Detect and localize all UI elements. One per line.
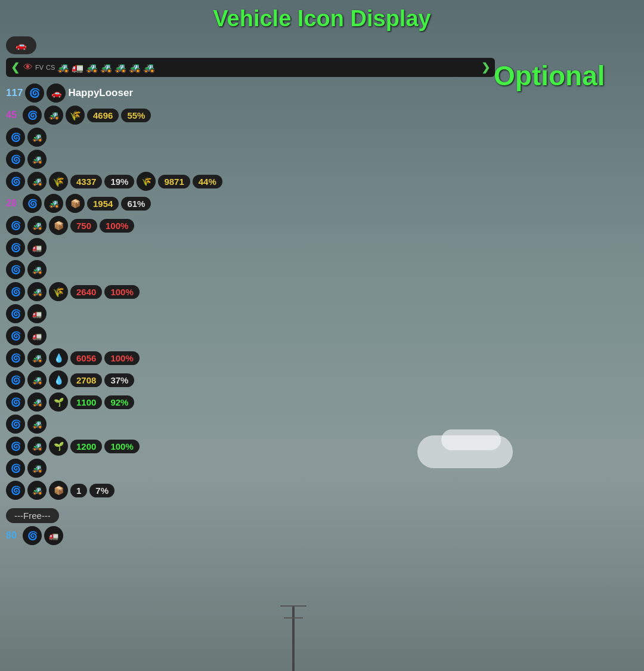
cargo-wheat2-icon: 🌾	[137, 172, 156, 191]
free-bar: ---Free---	[6, 508, 59, 523]
amount-badge: 1	[70, 484, 87, 497]
list-item: 28 🌀 🚜 📦 1954 61%	[6, 193, 638, 214]
vehicle-button[interactable]: 🚗	[6, 36, 36, 54]
shell-icon: 🌀	[6, 260, 25, 279]
tractor-icon-5[interactable]: 🚜	[129, 62, 141, 73]
amount-badge: 6056	[70, 351, 102, 365]
tractor-icon: 🚜	[27, 437, 47, 456]
amount-badge: 1100	[70, 395, 102, 409]
pct-badge: 100%	[100, 219, 134, 233]
page-container: Vehicle Icon Display 🚗 ❮ 👁 FV CS 🚜 🚛 🚜 🚜…	[0, 0, 644, 671]
cargo-seed-icon: 🌱	[49, 392, 68, 412]
list-item: 🌀 🚜	[6, 414, 638, 434]
shell-icon: 🌀	[6, 128, 25, 147]
nav-left-arrow[interactable]: ❮	[11, 61, 20, 74]
cargo-box-icon: 📦	[66, 194, 85, 213]
amount-badge: 2708	[70, 373, 102, 387]
tractor-icon-1[interactable]: 🚜	[57, 62, 69, 73]
list-item: 🌀 🚜	[6, 458, 638, 478]
nav-icons: 👁 FV CS 🚜 🚛 🚜 🚜 🚜 🚜 🚜	[20, 62, 481, 73]
shell-icon: 🌀	[6, 238, 25, 257]
cargo-wheat-icon: 🌾	[49, 172, 68, 191]
player-name: HappyLooser	[68, 87, 133, 99]
tractor-icon: 🚜	[27, 370, 47, 389]
pct-badge: 19%	[104, 175, 134, 188]
eye-icon[interactable]: 👁	[23, 62, 33, 73]
tractor-icon-2[interactable]: 🚜	[86, 62, 98, 73]
cargo-icon-wheat: 🌾	[66, 106, 85, 125]
cargo-water-icon: 💧	[49, 348, 68, 367]
tractor-icon-3[interactable]: 🚜	[100, 62, 112, 73]
pct2-badge: 44%	[193, 175, 222, 188]
amount-badge: 1954	[87, 197, 119, 211]
cargo-wheat3-icon: 🌾	[49, 282, 68, 301]
pct-badge: 7%	[89, 484, 114, 497]
shell-icon: 🌀	[23, 194, 42, 213]
pct-badge: 100%	[104, 285, 139, 299]
shell-icon: 🌀	[6, 216, 25, 235]
amount-badge: 750	[70, 219, 97, 233]
cargo-seed2-icon: 🌱	[49, 437, 68, 456]
shell-icon: 🌀	[6, 326, 25, 345]
shell-icon: 🌀	[6, 172, 25, 191]
shell-icon: 🌀	[6, 282, 25, 301]
shell-icon: 🌀	[23, 106, 42, 125]
amount2-badge: 9871	[158, 175, 190, 188]
list-item: 🌀 🚜 🌱 1200 100%	[6, 436, 638, 456]
list-item: 🌀 🚛	[6, 237, 638, 258]
tractor-icon: 🚜	[27, 348, 47, 367]
truck3-icon: 🚛	[27, 326, 47, 345]
player-vehicle-icon: 🚗	[47, 84, 66, 103]
vehicle-car-icon: 🚗	[16, 40, 27, 51]
tractor-icon: 🚜	[27, 392, 47, 412]
nav-bar: ❮ 👁 FV CS 🚜 🚛 🚜 🚜 🚜 🚜 🚜 ❯	[6, 58, 495, 77]
free-truck-icon: 🚛	[44, 526, 63, 545]
fv-label: FV	[35, 64, 44, 71]
pct-badge: 100%	[104, 440, 139, 453]
tractor-icon: 🚜	[27, 481, 47, 500]
shell-icon: 🌀	[6, 415, 25, 434]
tractor-icon: 🚜	[27, 260, 47, 279]
free-shell-icon: 🌀	[23, 526, 42, 545]
tractor-icon-6[interactable]: 🚜	[143, 62, 155, 73]
optional-label: Optional	[494, 60, 605, 92]
nav-right-arrow[interactable]: ❯	[481, 61, 490, 74]
cargo-water2-icon: 💧	[49, 370, 68, 389]
free-row: 80 🌀 🚛	[6, 525, 638, 546]
cargo-box2-icon: 📦	[49, 216, 68, 235]
player-id: 117	[6, 87, 23, 99]
list-item: 45 🌀 🚜 🌾 4696 55%	[6, 105, 638, 125]
shell-icon: 🌀	[6, 437, 25, 456]
tractor-icon-4[interactable]: 🚜	[114, 62, 126, 73]
truck2-icon: 🚛	[27, 304, 47, 323]
cargo-box-tan-icon: 📦	[49, 481, 68, 500]
truck-icon-1[interactable]: 🚛	[72, 62, 83, 73]
cs-label: CS	[46, 64, 55, 71]
free-id: 80	[6, 530, 20, 541]
pct-badge: 61%	[121, 197, 151, 211]
list-item: 🌀 🚜	[6, 149, 638, 169]
tractor-icon: 🚜	[27, 459, 47, 478]
pct-badge: 55%	[121, 109, 151, 122]
tractor-icon: 🚜	[44, 106, 63, 125]
shell-icon: 🌀	[6, 370, 25, 389]
row-id-2: 28	[6, 198, 20, 209]
pct-badge: 92%	[104, 395, 134, 409]
list-item: 🌀 🚜	[6, 127, 638, 147]
page-title: Vehicle Icon Display	[6, 6, 638, 32]
list-item: 🌀 🚜 🌱 1100 92%	[6, 392, 638, 412]
list-item: 🌀 🚜 🌾 2640 100%	[6, 282, 638, 302]
tractor-icon: 🚜	[27, 282, 47, 301]
shell-icon: 🌀	[6, 304, 25, 323]
shell-icon: 🌀	[6, 459, 25, 478]
list-item: 🌀 🚜 🌾 4337 19% 🌾 9871 44%	[6, 171, 638, 191]
player-shell-icon: 🌀	[25, 84, 44, 103]
row-id-1: 45	[6, 110, 20, 120]
antenna-tower	[292, 605, 295, 671]
shell-icon: 🌀	[6, 481, 25, 500]
list-item: 🌀 🚜 💧 2708 37%	[6, 370, 638, 390]
shell-icon: 🌀	[6, 150, 25, 169]
tractor-icon: 🚜	[27, 150, 47, 169]
truck-icon: 🚛	[27, 238, 47, 257]
tractor-icon: 🚜	[27, 216, 47, 235]
